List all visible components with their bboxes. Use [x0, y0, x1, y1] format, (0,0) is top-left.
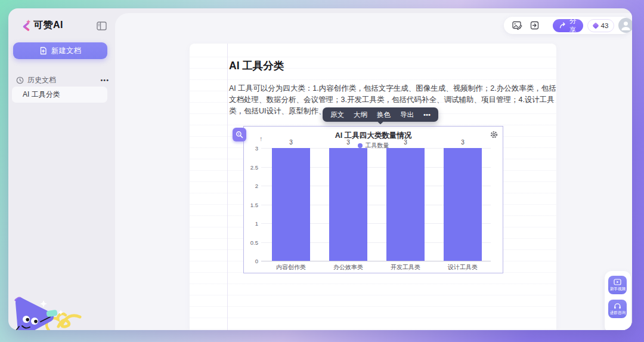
bar-内容创作类[interactable]	[272, 148, 310, 261]
history-label: 历史文档	[27, 75, 56, 85]
tutorial-video-label: 新手视频	[609, 286, 626, 292]
history-menu-icon[interactable]: •••	[100, 76, 109, 84]
bar-设计工具类[interactable]	[444, 148, 482, 261]
y-axis-tick-label: 0	[244, 258, 258, 264]
share-label: 分享	[569, 17, 577, 35]
page-title: AI 工具分类	[229, 58, 284, 73]
context-toolbar: 原文大纲换色导出•••	[323, 107, 438, 122]
x-axis-category-label: 内容创作类	[267, 263, 315, 272]
sidebar: 可赞AI 新建文档	[8, 8, 115, 330]
bar-value-label: 3	[394, 139, 417, 146]
bar-value-label: 3	[279, 139, 303, 146]
join-group-label: 进群咨询	[609, 310, 626, 316]
x-axis-category-label: 开发工具类	[382, 263, 429, 272]
context-toolbar-item[interactable]: 原文	[330, 110, 344, 119]
y-axis-tick-label: 2.5	[244, 164, 258, 171]
sidebar-item-document[interactable]: AI 工具分类	[12, 87, 107, 103]
context-toolbar-item[interactable]: 大纲	[354, 110, 367, 119]
bar-value-label: 3	[451, 139, 475, 146]
bar-value-label: 3	[336, 139, 360, 146]
share-icon	[559, 22, 566, 29]
chart-block[interactable]: AI 工具四大类数量情况 工具数量 ↑ 00.511.522.533内容创作类3…	[243, 126, 503, 273]
desktop-background: 可赞AI 新建文档	[0, 0, 644, 342]
top-toolbar: 分享 43	[504, 17, 631, 34]
app-window: 可赞AI 新建文档	[8, 8, 632, 330]
toolbar-caret	[377, 119, 383, 125]
video-icon	[614, 279, 621, 285]
file-plus-icon	[39, 47, 47, 55]
new-document-button[interactable]: 新建文档	[13, 42, 107, 59]
tutorial-video-button[interactable]: 新手视频	[608, 276, 627, 294]
y-axis-tick-label: 3	[244, 145, 258, 152]
new-document-label: 新建文档	[51, 46, 81, 56]
y-axis-tick-label: 2	[244, 183, 258, 189]
y-axis-tick-label: 1	[244, 220, 258, 227]
illustration-edit-icon[interactable]	[512, 21, 522, 30]
sidebar-collapse-icon[interactable]	[97, 21, 107, 31]
mascot-illustration	[8, 269, 101, 330]
clock-icon	[16, 76, 24, 84]
paragraph-line: 文档处理、数据分析、会议管理；3.开发工具类，包括代码补全、调试辅助、项目管理；…	[229, 94, 527, 106]
x-axis-category-label: 设计工具类	[439, 263, 487, 272]
editor-margin-guide	[227, 44, 228, 330]
logo-k-icon	[20, 20, 31, 32]
export-doc-icon[interactable]	[530, 21, 539, 30]
app-logo: 可赞AI	[20, 19, 63, 32]
user-avatar[interactable]	[618, 18, 632, 33]
x-axis-line	[261, 261, 491, 261]
document-page[interactable]: AI 工具分类 AI 工具可以分为四大类：1.内容创作类，包括文字生成、图像生成…	[190, 44, 556, 330]
bar-开发工具类[interactable]	[386, 148, 425, 261]
context-toolbar-item[interactable]: 导出	[400, 110, 414, 119]
context-toolbar-item[interactable]: •••	[423, 111, 431, 118]
diamond-icon	[592, 22, 599, 29]
paragraph-line: AI 工具可以分为四大类：1.内容创作类，包括文字生成、图像生成、视频制作；2.…	[229, 83, 527, 94]
credits-value: 43	[601, 22, 609, 29]
credits-counter[interactable]: 43	[587, 19, 615, 32]
y-axis-tick-label: 0.5	[244, 239, 258, 246]
context-toolbar-item[interactable]: 换色	[377, 110, 391, 119]
share-button[interactable]: 分享	[553, 19, 583, 32]
bar-办公效率类[interactable]	[329, 148, 367, 261]
logo-text: 可赞AI	[33, 19, 63, 32]
headphones-icon	[614, 303, 621, 309]
sidebar-item-label: AI 工具分类	[23, 90, 60, 100]
history-section-header: 历史文档 •••	[16, 75, 109, 85]
x-axis-category-label: 办公效率类	[324, 263, 372, 272]
join-group-button[interactable]: 进群咨询	[608, 300, 627, 318]
y-axis-arrow-icon: ↑	[259, 135, 263, 142]
y-axis-tick-label: 1.5	[244, 202, 258, 208]
